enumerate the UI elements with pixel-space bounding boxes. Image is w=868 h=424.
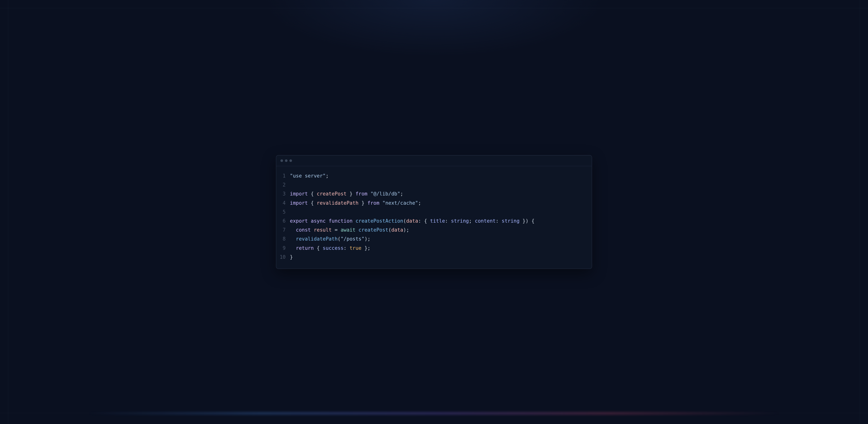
line-number: 3 bbox=[280, 189, 290, 198]
code-line: 5 bbox=[280, 207, 586, 217]
traffic-lights bbox=[280, 159, 292, 162]
code-token bbox=[352, 218, 356, 224]
code-token: import bbox=[290, 200, 308, 206]
code-token: ; bbox=[418, 200, 421, 206]
code-token: const bbox=[296, 227, 311, 233]
code-token: } bbox=[290, 254, 293, 260]
code-line: 4import { revalidatePath } from "next/ca… bbox=[280, 199, 586, 207]
code-token: success bbox=[323, 245, 344, 251]
code-token: "use server" bbox=[290, 173, 326, 179]
code-content[interactable]: import { revalidatePath } from "next/cac… bbox=[290, 199, 586, 207]
traffic-light-zoom-icon[interactable] bbox=[289, 159, 292, 162]
code-token bbox=[379, 200, 382, 206]
code-token: data bbox=[391, 227, 403, 233]
code-token: string bbox=[451, 218, 469, 224]
code-content[interactable]: } bbox=[290, 253, 586, 261]
code-content[interactable]: return { success: true }; bbox=[290, 244, 586, 253]
code-token: { bbox=[308, 200, 317, 206]
traffic-light-close-icon[interactable] bbox=[280, 159, 283, 162]
code-token: { bbox=[314, 245, 323, 251]
code-token: = bbox=[332, 227, 341, 233]
code-token: content bbox=[475, 218, 496, 224]
code-token: "/posts" bbox=[341, 236, 365, 242]
code-line: 6export async function createPostAction(… bbox=[280, 217, 586, 225]
code-token: ( bbox=[403, 218, 406, 224]
code-token: title bbox=[430, 218, 445, 224]
code-line: 3import { createPost } from "@/lib/db"; bbox=[280, 189, 586, 198]
code-window: 1"use server";23import { createPost } fr… bbox=[276, 155, 592, 269]
code-token: createPostAction bbox=[355, 218, 403, 224]
code-token: } bbox=[346, 191, 355, 197]
code-token: return bbox=[296, 245, 314, 251]
code-token: "next/cache" bbox=[382, 200, 418, 206]
code-token: ; bbox=[400, 191, 403, 197]
code-line: 7 const result = await createPost(data); bbox=[280, 225, 586, 234]
code-content[interactable]: revalidatePath("/posts"); bbox=[290, 234, 586, 244]
line-number: 2 bbox=[280, 180, 290, 189]
line-number: 6 bbox=[280, 217, 290, 225]
code-token: from bbox=[355, 191, 368, 197]
code-area[interactable]: 1"use server";23import { createPost } fr… bbox=[276, 166, 592, 268]
code-token: "@/lib/db" bbox=[370, 191, 400, 197]
code-token: createPost bbox=[317, 191, 346, 197]
code-line: 9 return { success: true }; bbox=[280, 244, 586, 253]
code-token: : bbox=[344, 245, 349, 251]
code-token: ; bbox=[326, 173, 329, 179]
code-token bbox=[290, 245, 296, 251]
code-line: 8 revalidatePath("/posts"); bbox=[280, 234, 586, 244]
code-token: : bbox=[496, 218, 502, 224]
code-content[interactable]: import { createPost } from "@/lib/db"; bbox=[290, 189, 586, 198]
line-number: 8 bbox=[280, 234, 290, 244]
code-token: data bbox=[406, 218, 418, 224]
code-token bbox=[290, 227, 296, 233]
code-token bbox=[355, 227, 359, 233]
code-token: true bbox=[349, 245, 362, 251]
code-content[interactable]: "use server"; bbox=[290, 171, 586, 180]
code-token bbox=[308, 218, 311, 224]
code-token: string bbox=[502, 218, 520, 224]
line-number: 7 bbox=[280, 225, 290, 234]
code-content[interactable]: export async function createPostAction(d… bbox=[290, 217, 586, 225]
code-content[interactable]: const result = await createPost(data); bbox=[290, 225, 586, 234]
code-token: { bbox=[308, 191, 317, 197]
code-token: export bbox=[290, 218, 308, 224]
code-token: ; bbox=[469, 218, 475, 224]
line-number: 1 bbox=[280, 171, 290, 180]
code-token: ); bbox=[365, 236, 370, 242]
code-token: function bbox=[329, 218, 352, 224]
code-token bbox=[311, 227, 314, 233]
code-token bbox=[326, 218, 329, 224]
code-token: from bbox=[368, 200, 379, 206]
code-token: async bbox=[311, 218, 326, 224]
bottom-glow bbox=[87, 413, 781, 414]
code-token: revalidatePath bbox=[317, 200, 359, 206]
traffic-light-minimize-icon[interactable] bbox=[285, 159, 287, 162]
code-token: createPost bbox=[359, 227, 388, 233]
code-token: }; bbox=[361, 245, 370, 251]
code-line: 1"use server"; bbox=[280, 171, 586, 180]
code-token: : { bbox=[418, 218, 430, 224]
code-token bbox=[368, 191, 371, 197]
line-number: 10 bbox=[280, 253, 290, 261]
code-token: ); bbox=[403, 227, 409, 233]
line-number: 4 bbox=[280, 199, 290, 207]
code-token: }) { bbox=[520, 218, 534, 224]
code-line: 2 bbox=[280, 180, 586, 189]
code-token: import bbox=[290, 191, 308, 197]
code-token: ( bbox=[338, 236, 341, 242]
code-token: : bbox=[445, 218, 451, 224]
code-token: await bbox=[341, 227, 355, 233]
line-number: 5 bbox=[280, 207, 290, 217]
code-token: revalidatePath bbox=[296, 236, 338, 242]
window-titlebar bbox=[276, 156, 592, 166]
code-token: ( bbox=[388, 227, 391, 233]
code-token: } bbox=[359, 200, 368, 206]
code-token bbox=[290, 236, 296, 242]
code-token: result bbox=[314, 227, 332, 233]
line-number: 9 bbox=[280, 244, 290, 253]
code-line: 10} bbox=[280, 253, 586, 261]
